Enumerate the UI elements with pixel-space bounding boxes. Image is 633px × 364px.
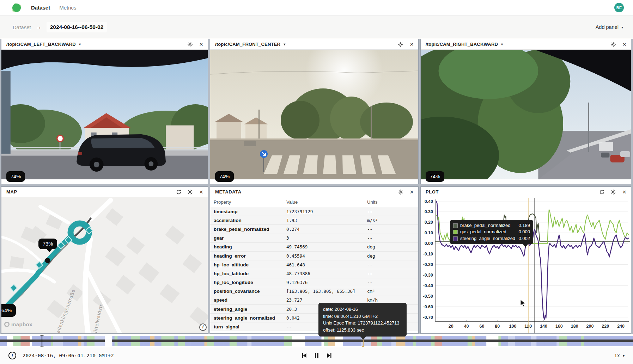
panel-map: MAP × — [1, 186, 208, 334]
svg-text:140: 140 — [540, 324, 547, 329]
svg-text:80: 80 — [495, 324, 500, 329]
gear-icon[interactable] — [397, 189, 403, 195]
skip-to-start-button[interactable] — [300, 351, 308, 360]
info-icon[interactable]: i — [199, 323, 207, 331]
svg-text:100: 100 — [509, 324, 517, 329]
table-row: timestamp1723791129-- — [210, 207, 418, 216]
gear-icon[interactable] — [610, 41, 616, 47]
skip-to-end-button[interactable] — [325, 351, 334, 360]
timeline-scrubber[interactable] — [0, 335, 633, 347]
panel-header: PLOT × — [421, 187, 631, 197]
playback-bar: ! 2024-08-16, 09:06:41.210 GMT+2 1x ▾ — [0, 347, 633, 364]
svg-text:240: 240 — [617, 324, 625, 329]
svg-text:0.00: 0.00 — [425, 241, 433, 246]
alert-icon[interactable]: ! — [8, 352, 16, 359]
top-nav: Dataset Metrics BE — [0, 0, 633, 16]
nav-tab-dataset[interactable]: Dataset — [31, 5, 50, 11]
legend-item: steering_angle_normalized0.002 — [453, 235, 530, 242]
svg-text:-0.30: -0.30 — [423, 273, 433, 278]
svg-text:40: 40 — [464, 324, 469, 329]
camera-view: 74% — [1, 50, 208, 184]
add-panel-button[interactable]: Add panel ▾ — [596, 24, 623, 30]
close-icon[interactable]: × — [409, 189, 415, 195]
svg-text:-0.70: -0.70 — [423, 315, 433, 320]
svg-text:200: 200 — [586, 324, 594, 329]
coverage-badge: 74% — [6, 171, 25, 182]
panel-cam-front-center: /topic/CAM_FRONT_CENTER ▾ × — [210, 39, 419, 184]
current-timestamp: 2024-08-16, 09:06:41.210 GMT+2 — [23, 353, 114, 358]
legend-swatch — [453, 230, 458, 234]
svg-text:20: 20 — [449, 324, 454, 329]
legend-item: gas_pedal_normalized0.000 — [453, 229, 530, 235]
close-icon[interactable]: × — [198, 41, 204, 47]
svg-text:0.20: 0.20 — [425, 220, 433, 225]
map-canvas[interactable]: Gallenklingenstraße Nittelwaldstr 73% 64… — [1, 197, 208, 333]
legend-rows: brake_pedal_normalized0.189gas_pedal_nor… — [453, 222, 530, 242]
tooltip-offset: offset: 1125.833 sec — [323, 327, 402, 334]
topic-selector-cam-right[interactable]: /topic/CAM_RIGHT_BACKWARD ▾ — [426, 42, 503, 47]
table-row: heading49.74569deg — [210, 242, 418, 251]
close-icon[interactable]: × — [621, 189, 627, 195]
table-row: hp_loc_latitude48.773886-- — [210, 269, 418, 278]
nav-tab-metrics[interactable]: Metrics — [59, 5, 76, 11]
gear-icon[interactable] — [187, 189, 193, 195]
camera-photo-right-backward — [421, 50, 631, 179]
breadcrumb-arrow-icon: → — [36, 24, 42, 30]
gear-icon[interactable] — [397, 41, 403, 47]
plot-body: 0.400.300.200.100.00-0.10-0.20-0.30-0.40… — [421, 197, 631, 333]
gear-icon[interactable] — [610, 189, 616, 195]
chevron-down-icon: ▾ — [284, 42, 285, 46]
panel-metadata: METADATA × Property Value Units tim — [210, 186, 419, 334]
panel-grid: /topic/CAM_LEFT_BACKWARD ▾ × — [0, 39, 633, 334]
gear-icon[interactable] — [187, 41, 193, 47]
tooltip-date: date: 2024-08-16 — [323, 306, 402, 313]
user-avatar[interactable]: BE — [614, 3, 624, 12]
tooltip-epoch: Unix Epoc Time: 1723791122.452713 — [323, 320, 402, 327]
panel-cam-left-backward: /topic/CAM_LEFT_BACKWARD ▾ × — [1, 39, 208, 184]
mouse-cursor-icon — [521, 300, 525, 307]
metadata-body: Property Value Units timestamp1723791129… — [210, 197, 418, 333]
panel-cam-right-backward: /topic/CAM_RIGHT_BACKWARD ▾ × — [420, 39, 631, 184]
chevron-down-icon: ▾ — [79, 42, 81, 46]
topic-selector-cam-front[interactable]: /topic/CAM_FRONT_CENTER ▾ — [215, 42, 285, 47]
mapbox-attribution: mapbox — [4, 321, 32, 327]
mapbox-logo-icon — [4, 322, 10, 327]
svg-text:-0.20: -0.20 — [423, 262, 433, 267]
camera-photo-left-backward — [1, 50, 208, 179]
chevron-down-icon: ▾ — [621, 25, 623, 29]
column-header-property: Property — [210, 197, 283, 207]
playback-speed-select[interactable]: 1x ▾ — [614, 353, 625, 358]
panel-header: METADATA × — [210, 187, 418, 197]
plot-legend-tooltip: brake_pedal_normalized0.189gas_pedal_nor… — [450, 220, 533, 244]
panel-header: MAP × — [1, 187, 208, 197]
svg-text:-0.50: -0.50 — [423, 294, 433, 299]
svg-text:160: 160 — [555, 324, 563, 329]
map-graphic: Gallenklingenstraße Nittelwaldstr — [1, 197, 208, 333]
panel-header: /topic/CAM_RIGHT_BACKWARD ▾ × — [421, 39, 631, 50]
svg-text:-0.40: -0.40 — [423, 283, 433, 288]
close-icon[interactable]: × — [621, 41, 627, 47]
svg-text:0.40: 0.40 — [425, 199, 433, 204]
plot-canvas[interactable]: 0.400.300.200.100.00-0.10-0.20-0.30-0.40… — [421, 197, 630, 333]
breadcrumb-root[interactable]: Dataset — [13, 24, 31, 30]
app-logo-icon — [11, 3, 22, 12]
chevron-down-icon: ▾ — [501, 42, 503, 46]
refresh-icon[interactable] — [176, 189, 182, 195]
table-row: heading_error0.45594deg — [210, 251, 418, 260]
refresh-icon[interactable] — [599, 189, 605, 195]
column-header-units: Units — [364, 197, 418, 207]
legend-swatch — [453, 236, 458, 241]
svg-text:-0.10: -0.10 — [423, 252, 433, 257]
metadata-panel-title: METADATA — [215, 189, 242, 195]
plot-panel-title: PLOT — [426, 189, 439, 195]
topic-selector-cam-left[interactable]: /topic/CAM_LEFT_BACKWARD ▾ — [6, 42, 81, 47]
route-progress-badge: 73% — [38, 239, 57, 249]
pause-button[interactable] — [312, 351, 321, 360]
app-root: Dataset Metrics BE Dataset → 2024-08-16-… — [0, 0, 633, 364]
table-row: position_covariance[163.805, 163.805, 65… — [210, 287, 418, 296]
table-row: hp_loc_longitude9.126376-- — [210, 278, 418, 287]
chevron-down-icon: ▾ — [623, 354, 625, 358]
close-icon[interactable]: × — [198, 189, 204, 195]
table-row: brake_pedal_normalized0.274-- — [210, 225, 418, 234]
close-icon[interactable]: × — [409, 41, 415, 47]
